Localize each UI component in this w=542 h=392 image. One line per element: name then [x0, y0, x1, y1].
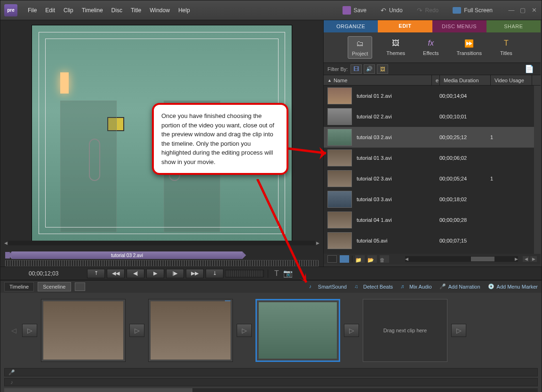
snapshot-button[interactable]: 📷	[283, 269, 293, 278]
save-button[interactable]: Save	[339, 4, 370, 16]
tool-transitions-label: Transitions	[457, 50, 482, 56]
audio-track-narration[interactable]: 🎤	[4, 368, 538, 376]
redo-button[interactable]: ↷ Redo	[413, 5, 443, 16]
timeline-strip: tutorial 03 2.avi	[0, 251, 323, 267]
scroll-right-icon[interactable]: ▶	[316, 241, 319, 245]
callout-text: Once you have finished choosing the port…	[161, 111, 279, 166]
scroll-track[interactable]	[8, 241, 315, 245]
media-row[interactable]: tutorial 04 1.avi00;00;00;28	[324, 210, 541, 230]
media-row[interactable]: tutorial 02 3.avi00;00;05;241	[324, 168, 541, 189]
transition-slot[interactable]: ▷	[129, 324, 144, 337]
set-out-button[interactable]: ⤓	[206, 269, 223, 278]
scroll-right-icon[interactable]: ▶	[515, 257, 518, 261]
minimize-button[interactable]: —	[508, 7, 515, 14]
tab-edit[interactable]: EDIT	[378, 20, 432, 32]
menu-disc[interactable]: Disc	[108, 5, 126, 16]
transition-slot[interactable]: ▷	[22, 324, 37, 337]
tab-timeline[interactable]: Timeline	[4, 282, 34, 291]
menu-file[interactable]: File	[24, 5, 40, 16]
clip-thumb	[151, 301, 231, 360]
jog-shuttle[interactable]	[225, 270, 264, 277]
tool-transitions[interactable]: ⏩ Transitions	[453, 36, 486, 59]
tab-disc-menus[interactable]: DISC MENUS	[432, 20, 486, 32]
media-row[interactable]: tutorial 01 3.avi00;00;06;02	[324, 148, 541, 168]
media-row[interactable]: tutorial 05.avi00;00;07;15	[324, 230, 541, 251]
media-row[interactable]: tutorial 01 2.avi00;00;14;04	[324, 86, 541, 106]
detect-beats-button[interactable]: ♫Detect Beats	[354, 283, 393, 290]
scene-drop-target[interactable]: Drag next clip here	[363, 299, 447, 362]
scroll-left-icon[interactable]: ◀	[405, 257, 408, 261]
transition-slot[interactable]: ▷	[237, 324, 252, 337]
scroll-thumb[interactable]	[4, 388, 192, 392]
close-button[interactable]: ✕	[530, 7, 538, 14]
undo-button[interactable]: ↶ Undo	[377, 5, 406, 16]
col-duration[interactable]: Media Duration	[440, 75, 491, 85]
scene-clip-3[interactable]	[255, 299, 340, 362]
maximize-button[interactable]: ▢	[519, 7, 526, 14]
delete-button[interactable]: 🗑	[380, 255, 389, 263]
title-tool-button[interactable]: T	[272, 269, 281, 278]
col-usage[interactable]: Video Usage	[491, 75, 532, 85]
add-menu-marker-button[interactable]: 💿Add Menu Marker	[488, 283, 538, 290]
zoom-controls: ◀ ▶	[523, 256, 537, 262]
media-row[interactable]: tutorial 03 2.avi00;00;25;121	[324, 127, 541, 148]
new-bin-button[interactable]: 📁	[355, 255, 365, 263]
window-controls: — ▢ ✕	[508, 7, 538, 14]
tool-project[interactable]: 🗂 Project	[348, 36, 372, 59]
media-thumbnail	[327, 212, 352, 228]
step-fwd-button[interactable]: |▶	[166, 269, 184, 278]
tab-organize[interactable]: ORGANIZE	[324, 20, 378, 32]
scroll-thumb[interactable]	[471, 257, 494, 261]
sceneline-scrollbar[interactable]	[4, 388, 538, 392]
media-row[interactable]: tutorial 03 3.avi00;00;18;02	[324, 189, 541, 210]
add-narration-button[interactable]: 🎤Add Narration	[439, 283, 480, 290]
media-usage: 1	[490, 134, 518, 140]
scene-clip-1[interactable]	[41, 299, 126, 362]
set-in-button[interactable]: ⤒	[87, 269, 105, 278]
transition-slot[interactable]: ▷	[451, 324, 466, 337]
tool-effects[interactable]: fx Effects	[419, 36, 442, 59]
col-name[interactable]: ▲Name	[324, 75, 432, 85]
time-ruler[interactable]	[5, 260, 319, 267]
scroll-left-icon[interactable]: ◀	[4, 241, 8, 245]
view-options-button[interactable]	[75, 282, 85, 291]
media-duration: 00;00;06;02	[439, 155, 490, 161]
mix-audio-button[interactable]: ♬Mix Audio	[400, 283, 432, 290]
media-hscroll[interactable]: ◀ ▶	[405, 256, 518, 262]
menu-title[interactable]: Title	[127, 5, 145, 16]
zoom-in-button[interactable]: ▶	[530, 256, 537, 262]
list-view-button[interactable]	[327, 255, 337, 263]
media-scrollbar[interactable]	[534, 86, 541, 254]
filter-image-button[interactable]: 🖼	[377, 64, 388, 74]
new-item-button[interactable]: 📄	[524, 64, 535, 74]
scene-clip-2[interactable]	[148, 299, 233, 362]
preview-hscroll[interactable]: ◀ ▶	[4, 240, 319, 246]
play-button[interactable]: ▶	[146, 269, 164, 278]
open-folder-button[interactable]: 📂	[367, 255, 377, 263]
menu-help[interactable]: Help	[175, 5, 194, 16]
menu-window[interactable]: Window	[146, 5, 174, 16]
detect-label: Detect Beats	[363, 284, 393, 290]
tab-sceneline[interactable]: Sceneline	[38, 282, 71, 291]
clip-bar[interactable]: tutorial 03 2.avi	[12, 251, 242, 259]
col-middle[interactable]: e	[432, 75, 440, 85]
filter-audio-button[interactable]: 🔊	[364, 64, 375, 74]
step-back-button[interactable]: ◀|	[127, 269, 144, 278]
zoom-out-button[interactable]: ◀	[523, 256, 529, 262]
menu-edit[interactable]: Edit	[41, 5, 59, 16]
tab-share[interactable]: SHARE	[486, 20, 541, 32]
audio-track-soundtrack[interactable]: ♪	[4, 378, 538, 386]
filter-video-button[interactable]: 🎞	[351, 64, 362, 74]
fullscreen-button[interactable]: Full Screen	[449, 5, 496, 16]
fast-fwd-button[interactable]: ▶▶	[186, 269, 204, 278]
menu-clip[interactable]: Clip	[60, 5, 77, 16]
menu-timeline[interactable]: Timeline	[78, 5, 107, 16]
icon-view-button[interactable]	[340, 255, 349, 263]
smartsound-button[interactable]: ♪SmartSound	[309, 283, 347, 290]
rewind-button[interactable]: ◀◀	[107, 269, 125, 278]
timecode-display[interactable]: 00;00;12;03	[5, 270, 85, 277]
media-row[interactable]: tutorial 02 2.avi00;00;10;01	[324, 106, 541, 127]
tool-themes[interactable]: 🖼 Themes	[383, 36, 409, 59]
transition-slot[interactable]: ▷	[344, 324, 359, 337]
tool-titles[interactable]: T Titles	[496, 36, 517, 59]
